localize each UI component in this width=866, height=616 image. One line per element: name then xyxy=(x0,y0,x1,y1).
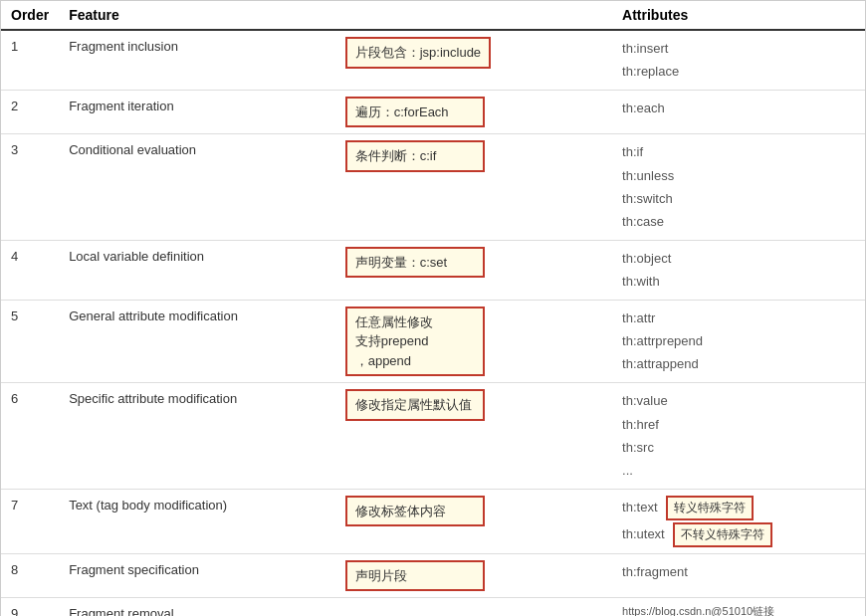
cell-order: 8 xyxy=(1,553,59,598)
note-box: 声明片段 xyxy=(345,560,485,592)
cell-note: 片段包含：jsp:include xyxy=(335,30,612,90)
attr-value: th:href xyxy=(622,413,855,436)
cell-order: 4 xyxy=(1,240,59,300)
note-box: 条件判断：c:if xyxy=(345,140,485,172)
attr-link: https://blog.csdn.n@51010链接 xyxy=(622,604,855,616)
cell-note: 遍历：c:forEach xyxy=(335,90,612,134)
cell-note: 修改指定属性默认值 xyxy=(335,383,612,490)
cell-note: 条件判断：c:if xyxy=(335,134,612,241)
cell-attributes: th:insertth:replace xyxy=(612,30,865,90)
note-box: 声明变量：c:set xyxy=(345,247,485,279)
attr-value: th:fragment xyxy=(622,560,855,583)
cell-attributes: th:attrth:attrprependth:attrappend xyxy=(612,300,865,383)
table-row: 8Fragment specification声明片段th:fragment xyxy=(1,553,865,598)
cell-attributes: th:objectth:with xyxy=(612,240,865,300)
attr-value: th:text xyxy=(622,496,657,518)
cell-note: 声明变量：c:set xyxy=(335,240,612,300)
attr-row-inline: th:utext不转义特殊字符 xyxy=(622,522,855,547)
cell-note: 声明片段 xyxy=(335,553,612,598)
attr-note-box: 不转义特殊字符 xyxy=(673,522,772,547)
cell-attributes: th:valueth:hrefth:src... xyxy=(612,383,865,490)
cell-note: 修改标签体内容 xyxy=(335,489,612,553)
attr-value: th:value xyxy=(622,389,855,412)
attr-value: th:switch xyxy=(622,187,855,210)
header-order: Order xyxy=(1,1,59,30)
cell-feature: Specific attribute modification xyxy=(59,383,335,490)
cell-feature: General attribute modification xyxy=(59,300,335,383)
table-row: 2Fragment iteration遍历：c:forEachth:each xyxy=(1,90,865,134)
cell-order: 5 xyxy=(1,300,59,383)
cell-feature: Fragment specification xyxy=(59,553,335,598)
attr-value: th:attrprepend xyxy=(622,329,855,352)
attr-value: th:utext xyxy=(622,522,665,545)
attr-value: ... xyxy=(622,459,855,482)
table-row: 1Fragment inclusion片段包含：jsp:includeth:in… xyxy=(1,30,865,90)
header-feature: Feature xyxy=(59,1,335,30)
attr-note-box: 转义特殊字符 xyxy=(666,496,754,520)
cell-order: 3 xyxy=(1,134,59,241)
table-header-row: Order Feature Attributes xyxy=(1,1,865,30)
features-table: Order Feature Attributes 1Fragment inclu… xyxy=(1,1,865,616)
attr-value: th:unless xyxy=(622,164,855,187)
note-box: 遍历：c:forEach xyxy=(345,97,485,128)
header-attributes: Attributes xyxy=(612,1,865,30)
cell-attributes: th:text转义特殊字符th:utext不转义特殊字符 xyxy=(612,489,865,553)
table-row: 9Fragment removalhttps://blog.csdn.n@510… xyxy=(1,598,865,616)
cell-feature: Fragment removal xyxy=(59,598,335,616)
cell-feature: Local variable definition xyxy=(59,240,335,300)
table-row: 7Text (tag body modification)修改标签体内容th:t… xyxy=(1,489,865,553)
cell-feature: Fragment iteration xyxy=(59,90,335,134)
attr-value: th:src xyxy=(622,436,855,459)
cell-attributes: https://blog.csdn.n@51010链接th:remove xyxy=(612,598,865,616)
attr-value: th:attrappend xyxy=(622,352,855,375)
attr-value: th:insert xyxy=(622,37,855,60)
note-box: 片段包含：jsp:include xyxy=(345,37,491,69)
cell-attributes: th:fragment xyxy=(612,553,865,598)
cell-attributes: th:ifth:unlessth:switchth:case xyxy=(612,134,865,241)
attr-value: th:attr xyxy=(622,307,855,329)
cell-order: 9 xyxy=(1,598,59,616)
cell-order: 6 xyxy=(1,383,59,490)
header-note xyxy=(335,1,612,30)
cell-order: 7 xyxy=(1,489,59,553)
main-table-container: Order Feature Attributes 1Fragment inclu… xyxy=(0,0,866,616)
cell-feature: Text (tag body modification) xyxy=(59,489,335,553)
cell-order: 2 xyxy=(1,90,59,134)
cell-feature: Fragment inclusion xyxy=(59,30,335,90)
attr-value: th:each xyxy=(622,97,855,119)
table-row: 4Local variable definition声明变量：c:setth:o… xyxy=(1,240,865,300)
attr-value: th:with xyxy=(622,270,855,293)
attr-value: th:case xyxy=(622,210,855,233)
note-box: 修改指定属性默认值 xyxy=(345,389,485,421)
cell-order: 1 xyxy=(1,30,59,90)
note-box: 任意属性修改 支持prepend ，append xyxy=(345,307,485,377)
attr-value: th:if xyxy=(622,140,855,163)
note-box: 修改标签体内容 xyxy=(345,496,485,527)
table-row: 3Conditional evaluation条件判断：c:ifth:ifth:… xyxy=(1,134,865,241)
cell-feature: Conditional evaluation xyxy=(59,134,335,241)
cell-note: 任意属性修改 支持prepend ，append xyxy=(335,300,612,383)
attr-row-inline: th:text转义特殊字符 xyxy=(622,496,855,520)
table-row: 5General attribute modification任意属性修改 支持… xyxy=(1,300,865,383)
attr-value: th:object xyxy=(622,247,855,270)
cell-note xyxy=(335,598,612,616)
table-row: 6Specific attribute modification修改指定属性默认… xyxy=(1,383,865,490)
attr-value: th:replace xyxy=(622,60,855,83)
cell-attributes: th:each xyxy=(612,90,865,134)
